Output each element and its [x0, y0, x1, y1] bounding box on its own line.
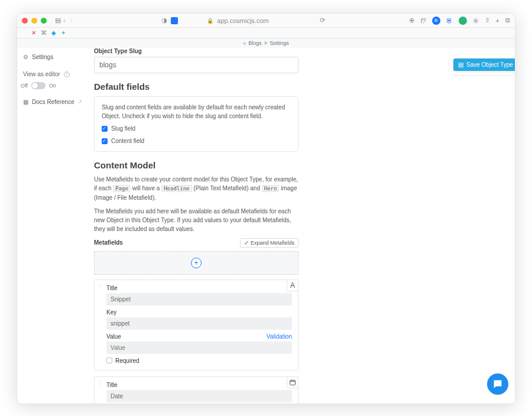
svg-rect-0 [290, 380, 296, 385]
add-metafield-button[interactable]: + [191, 258, 202, 268]
save-button[interactable]: ▤ Save Object Type [453, 58, 515, 71]
extension-icon[interactable] [171, 17, 178, 24]
nav-forward-icon[interactable]: › [70, 17, 73, 25]
metafield-card: ⋮⋮ Title Key [94, 376, 299, 404]
drag-handle-icon[interactable]: ⋮⋮ [97, 285, 102, 287]
expand-icon: ⤢ [244, 240, 249, 246]
toggle-on-label: On [49, 83, 56, 89]
fav-icon[interactable]: ✕ [31, 30, 36, 36]
share-icon[interactable]: ⇧ [485, 17, 490, 24]
help-icon[interactable]: ? [64, 72, 70, 77]
content-field-label: Content field [111, 136, 144, 145]
metafield-card: ⋮⋮ A Title Key Value Validation [94, 280, 299, 370]
new-tab-icon[interactable]: + [496, 17, 499, 24]
expand-metafields-button[interactable]: ⤢ Expand Metafields [240, 238, 299, 248]
slug-label: Object Type Slug [94, 48, 299, 54]
breadcrumb-item[interactable]: Blogs [248, 40, 262, 46]
ext-gray-icon[interactable]: ◉ [473, 17, 479, 24]
slug-field-checkbox[interactable] [102, 126, 108, 132]
fav-icon[interactable]: ⌘ [41, 30, 47, 36]
sidebar-item-docs[interactable]: ▦ Docs Reference ↗ [21, 98, 90, 106]
chat-widget-button[interactable] [487, 373, 508, 395]
fav-icon[interactable]: ✦ [61, 30, 66, 36]
metafield-drop-zone[interactable]: + [94, 251, 299, 275]
content-model-desc1: Use Metafields to create your content mo… [94, 175, 299, 202]
nav-back-icon[interactable]: ‹ [63, 17, 66, 25]
mf-title-input[interactable] [106, 293, 292, 306]
ext-shield-icon[interactable]: ⛨ [446, 17, 453, 24]
mf-title-input[interactable] [106, 390, 292, 402]
ext-green-icon[interactable] [459, 17, 467, 25]
content-field-checkbox[interactable] [102, 138, 108, 144]
toggle-off-label: Off [21, 83, 28, 89]
mf-value-label: Value [106, 333, 121, 340]
drag-handle-icon[interactable]: ⋮⋮ [97, 382, 102, 384]
reload-icon[interactable]: ⟳ [320, 17, 325, 24]
breadcrumb: ⟐ Blogs > Settings [17, 38, 515, 48]
tabs-icon[interactable]: ⧉ [505, 17, 510, 24]
breadcrumb-icon: ⟐ [243, 40, 246, 46]
content-model-heading: Content Model [94, 160, 299, 170]
window-controls[interactable] [22, 18, 47, 24]
address-bar[interactable]: 🔒 app.cosmicjs.com ⟳ [207, 17, 325, 24]
metafields-label: Metafields [94, 239, 123, 246]
mf-key-input[interactable] [106, 317, 292, 330]
mf-value-input[interactable] [106, 342, 292, 354]
mf-key-label: Key [106, 309, 116, 316]
slug-input[interactable] [94, 57, 299, 73]
ext-f-icon[interactable]: f? [420, 17, 426, 24]
default-fields-box: Slug and content fields are available by… [94, 96, 299, 152]
default-fields-desc: Slug and content fields are available by… [102, 103, 291, 121]
external-link-icon: ↗ [78, 99, 82, 105]
view-as-toggle[interactable] [31, 82, 46, 89]
validation-link[interactable]: Validation [267, 333, 292, 340]
fav-icon[interactable]: ◆ [51, 30, 56, 36]
ext-b-icon[interactable]: B [432, 17, 440, 25]
content-model-desc2: The Metafields you add here will be avai… [94, 207, 299, 233]
favorites-bar: ✕ ⌘ ◆ ✦ [17, 28, 515, 38]
view-as-label: View as editor [23, 71, 60, 77]
gear-icon: ⚙ [23, 54, 28, 60]
shield-icon[interactable]: ◑ [161, 17, 167, 24]
sidebar-toggle-icon[interactable]: ▤ [55, 17, 61, 24]
required-checkbox[interactable] [106, 358, 112, 363]
download-icon[interactable]: ⊕ [409, 17, 414, 24]
docs-icon: ▦ [23, 99, 28, 105]
breadcrumb-item[interactable]: Settings [270, 40, 289, 46]
sidebar-item-settings[interactable]: ⚙ Settings [21, 53, 90, 61]
slug-field-label: Slug field [111, 124, 135, 133]
save-icon: ▤ [458, 61, 463, 68]
url-text: app.cosmicjs.com [217, 17, 268, 24]
required-label: Required [115, 358, 140, 364]
text-type-icon: A [287, 280, 299, 291]
lock-icon: 🔒 [207, 18, 213, 24]
default-fields-heading: Default fields [94, 82, 299, 92]
date-type-icon [287, 376, 299, 388]
